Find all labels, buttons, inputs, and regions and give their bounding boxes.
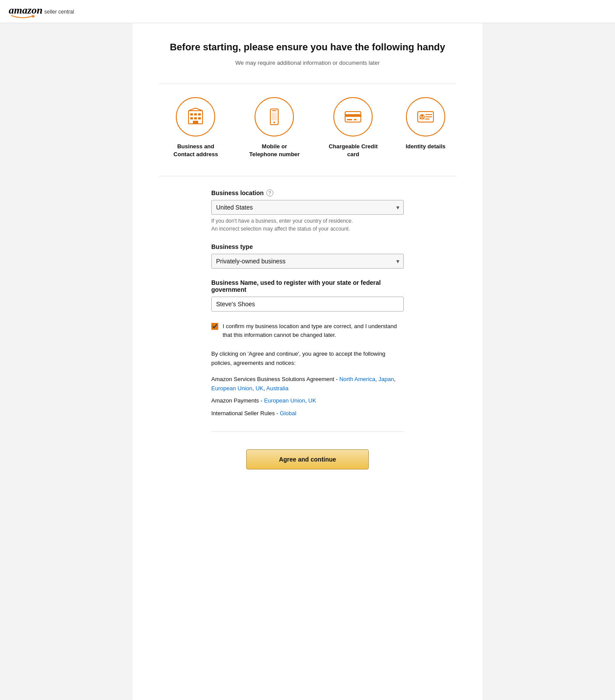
- identity-label: Identity details: [405, 143, 445, 150]
- building-svg: [186, 107, 205, 126]
- card-svg: [343, 107, 363, 126]
- business-name-label: Business Name, used to register with you…: [211, 279, 404, 293]
- policy-link-eu-1[interactable]: European Union: [264, 397, 305, 404]
- business-location-group: Business location ? United States United…: [211, 189, 404, 233]
- policy-item-0-prefix: Amazon Services Business Solutions Agree…: [211, 376, 339, 382]
- business-location-help-icon[interactable]: ?: [266, 189, 273, 196]
- mobile-phone-item: Mobile or Telephone number: [248, 97, 301, 158]
- confirm-checkbox-row: I confirm my business location and type …: [211, 322, 404, 339]
- business-location-label: Business location ?: [211, 189, 404, 196]
- business-address-label: Business and Contact address: [169, 143, 222, 158]
- credit-card-item: Chargeable Credit card: [327, 97, 379, 158]
- business-address-icon: [176, 97, 215, 136]
- amazon-logo-text: amazon: [9, 4, 42, 16]
- policy-link-global[interactable]: Global: [280, 410, 297, 416]
- business-type-select[interactable]: Privately-owned business Publicly-owned …: [211, 254, 404, 269]
- business-location-select[interactable]: United States United Kingdom Canada Aust…: [211, 200, 404, 215]
- business-type-select-wrapper: Privately-owned business Publicly-owned …: [211, 254, 404, 269]
- business-type-group: Business type Privately-owned business P…: [211, 243, 404, 269]
- identity-item: Identity details: [405, 97, 445, 158]
- policy-item-1: Amazon Payments - European Union, UK: [211, 396, 404, 406]
- policy-item-2: International Seller Rules - Global: [211, 409, 404, 418]
- credit-card-icon: [333, 97, 373, 136]
- svg-rect-17: [347, 119, 352, 120]
- policy-link-uk-0[interactable]: UK: [255, 385, 263, 392]
- page-subtitle: We may require additional information or…: [159, 60, 456, 66]
- middle-divider: [159, 176, 456, 176]
- policy-item-2-prefix: International Seller Rules -: [211, 410, 280, 416]
- phone-svg: [265, 107, 284, 126]
- policy-item-1-prefix: Amazon Payments -: [211, 397, 264, 404]
- amazon-logo: amazon seller central: [9, 4, 74, 18]
- business-address-item: Business and Contact address: [169, 97, 222, 158]
- policy-item-0: Amazon Services Business Solutions Agree…: [211, 375, 404, 393]
- registration-form: Business location ? United States United…: [211, 189, 404, 469]
- policy-link-japan[interactable]: Japan: [378, 376, 394, 382]
- bottom-divider: [211, 431, 404, 432]
- seller-central-label: seller central: [44, 9, 74, 15]
- svg-rect-18: [354, 119, 356, 120]
- agree-continue-button[interactable]: Agree and continue: [246, 449, 369, 469]
- business-location-hint: If you don't have a business, enter your…: [211, 217, 404, 233]
- confirm-checkbox-label[interactable]: I confirm my business location and type …: [223, 322, 404, 339]
- policy-section: By clicking on 'Agree and continue', you…: [211, 350, 404, 418]
- svg-rect-5: [190, 117, 193, 119]
- business-name-group: Business Name, used to register with you…: [211, 279, 404, 312]
- business-type-label: Business type: [211, 243, 404, 250]
- mobile-phone-icon: [255, 97, 294, 136]
- page-title: Before starting, please ensure you have …: [159, 41, 456, 54]
- page-header: amazon seller central: [0, 0, 615, 23]
- business-name-input[interactable]: [211, 297, 404, 312]
- svg-rect-14: [272, 112, 277, 120]
- requirements-icons-row: Business and Contact address Mobile or T…: [159, 97, 456, 158]
- svg-rect-4: [198, 113, 201, 116]
- business-location-select-wrapper: United States United Kingdom Canada Aust…: [211, 200, 404, 215]
- policy-link-eu-0[interactable]: European Union: [211, 385, 252, 392]
- policy-intro-text: By clicking on 'Agree and continue', you…: [211, 350, 404, 368]
- svg-point-24: [421, 115, 423, 117]
- policy-link-uk-1[interactable]: UK: [308, 397, 316, 404]
- credit-card-label: Chargeable Credit card: [327, 143, 379, 158]
- confirm-checkbox[interactable]: [211, 323, 218, 330]
- identity-icon: [406, 97, 445, 136]
- svg-point-13: [273, 122, 275, 123]
- id-svg: [416, 107, 435, 126]
- svg-rect-12: [272, 110, 276, 111]
- svg-rect-6: [194, 117, 197, 119]
- svg-rect-7: [198, 117, 201, 119]
- main-content: Before starting, please ensure you have …: [133, 23, 482, 700]
- top-divider: [159, 84, 456, 84]
- svg-rect-3: [194, 113, 197, 116]
- svg-rect-16: [345, 114, 361, 117]
- svg-rect-8: [193, 121, 198, 124]
- svg-rect-2: [190, 113, 193, 116]
- policy-link-north-america[interactable]: North America: [339, 376, 375, 382]
- mobile-label: Mobile or Telephone number: [248, 143, 301, 158]
- policy-link-australia[interactable]: Australia: [266, 385, 289, 392]
